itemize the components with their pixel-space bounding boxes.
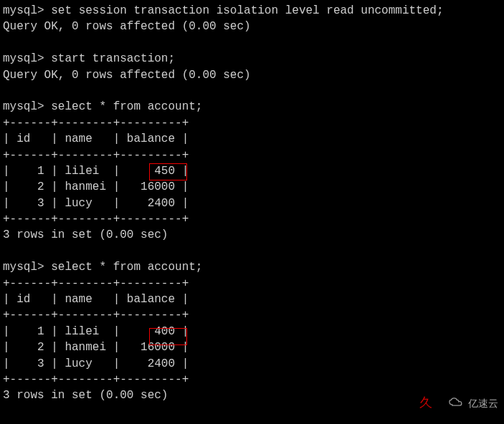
table-border: +------+--------+---------+ [3, 307, 501, 323]
red-marker: 久 [419, 395, 432, 413]
table-border: +------+--------+---------+ [3, 148, 501, 163]
table-row: | 2 | hanmei | 16000 | [3, 179, 501, 195]
terminal-line: mysql> set session transaction isolation… [3, 3, 501, 19]
table-row: | 3 | lucy | 2400 | [3, 356, 501, 372]
sql-command: select * from account; [51, 100, 202, 113]
blank-line [3, 83, 501, 99]
query-response: Query OK, 0 rows affected (0.00 sec) [3, 67, 501, 83]
terminal-line: mysql> start transaction; [3, 51, 501, 67]
mysql-prompt: mysql> [3, 261, 44, 274]
watermark: 亿速云 [447, 396, 498, 413]
table-border: +------+--------+---------+ [3, 276, 501, 292]
table-border: +------+--------+---------+ [3, 211, 501, 227]
terminal-line: mysql> select * from account; [3, 259, 501, 275]
sql-command: set session transaction isolation level … [51, 4, 443, 17]
table-header: | id | name | balance | [3, 292, 501, 307]
table-border: +------+--------+---------+ [3, 115, 501, 131]
table-row: | 1 | lilei | 450 | [3, 163, 501, 179]
mysql-prompt: mysql> [3, 4, 44, 17]
cloud-icon [447, 396, 465, 413]
sql-command: select * from account; [51, 261, 202, 274]
table-header: | id | name | balance | [3, 131, 501, 147]
table-row: | 2 | hanmei | 16000 | [3, 339, 501, 355]
terminal-line: mysql> select * from account; [3, 99, 501, 115]
table-border: +------+--------+---------+ [3, 372, 501, 387]
sql-command: start transaction; [51, 52, 175, 65]
rows-summary: 3 rows in set (0.00 sec) [3, 227, 501, 243]
table-row: | 1 | lilei | 400 | [3, 324, 501, 339]
query-response: Query OK, 0 rows affected (0.00 sec) [3, 19, 501, 34]
table-row: | 3 | lucy | 2400 | [3, 196, 501, 211]
watermark-text: 亿速云 [468, 398, 498, 412]
mysql-prompt: mysql> [3, 100, 44, 113]
mysql-prompt: mysql> [3, 52, 44, 65]
blank-line [3, 244, 501, 259]
blank-line [3, 35, 501, 51]
